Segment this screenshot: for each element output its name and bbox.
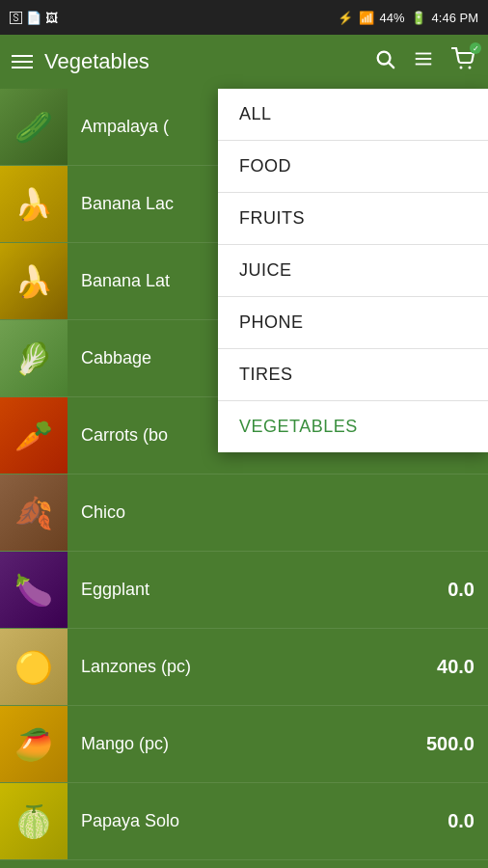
item-emoji: 🥬: [14, 340, 53, 377]
dropdown-item-food[interactable]: FOOD: [218, 141, 488, 193]
list-item[interactable]: 🍂 Chico: [0, 475, 488, 552]
item-emoji: 🍌: [14, 186, 53, 223]
item-value: 0.0: [447, 810, 488, 832]
svg-point-5: [460, 67, 463, 69]
item-image: 🍌: [0, 243, 68, 320]
item-image: 🍂: [0, 475, 68, 552]
wifi-icon: 📶: [359, 11, 374, 25]
cart-button[interactable]: ✓: [451, 47, 476, 76]
battery-label: 44%: [380, 11, 405, 25]
search-button[interactable]: [374, 48, 395, 75]
cart-badge: ✓: [470, 42, 481, 54]
item-emoji: 🍌: [14, 263, 53, 300]
item-image: 🥬: [0, 320, 68, 397]
item-label: Chico: [68, 502, 488, 523]
list-item[interactable]: 🟡 Lanzones (pc) 40.0: [0, 629, 488, 706]
app-bar: Vegetables ✓: [0, 35, 488, 89]
dropdown-item-fruits[interactable]: FRUITS: [218, 193, 488, 245]
item-value: 500.0: [426, 733, 488, 755]
item-image: 🍈: [0, 783, 68, 860]
status-left-icons: 🅂 📄 🖼: [10, 11, 58, 25]
battery-icon: 🔋: [411, 11, 426, 25]
page-title: Vegetables: [44, 49, 363, 74]
app-bar-icons: ✓: [374, 47, 476, 76]
item-label: Eggplant: [68, 580, 447, 600]
svg-line-1: [389, 63, 393, 68]
dropdown-item-vegetables[interactable]: VEGETABLES: [218, 401, 488, 452]
item-value: 40.0: [437, 656, 488, 678]
item-label: Mango (pc): [68, 734, 426, 754]
category-dropdown: ALLFOODFRUITSJUICEPHONETIRESVEGETABLES: [218, 89, 488, 452]
image-icon: 🖼: [45, 11, 58, 25]
status-right-icons: ⚡ 📶 44% 🔋 4:46 PM: [338, 11, 478, 25]
item-image: 🥕: [0, 397, 68, 475]
item-image: 🥒: [0, 89, 68, 166]
item-emoji: 🟡: [14, 649, 53, 686]
svg-point-6: [469, 67, 472, 69]
bluetooth-icon: ⚡: [338, 11, 353, 25]
item-image: 🍆: [0, 552, 68, 629]
svg-rect-3: [416, 58, 432, 60]
file-icon: 📄: [26, 11, 41, 25]
list-view-button[interactable]: [413, 48, 434, 75]
dropdown-item-juice[interactable]: JUICE: [218, 245, 488, 297]
item-label: Papaya Solo: [68, 811, 447, 831]
item-emoji: 🥭: [14, 726, 53, 763]
item-value: 0.0: [447, 579, 488, 601]
item-image: 🍌: [0, 166, 68, 243]
dropdown-item-tires[interactable]: TIRES: [218, 349, 488, 401]
item-image: 🟡: [0, 629, 68, 706]
item-emoji: 🍈: [14, 803, 53, 840]
menu-button[interactable]: [12, 55, 33, 68]
item-emoji: 🍂: [14, 495, 53, 531]
clock: 4:46 PM: [432, 11, 478, 25]
item-label: Lanzones (pc): [68, 657, 437, 677]
list-item[interactable]: 🍈 Papaya Solo 0.0: [0, 783, 488, 860]
item-emoji: 🥒: [14, 109, 53, 146]
svg-rect-2: [416, 53, 432, 55]
dropdown-item-phone[interactable]: PHONE: [218, 297, 488, 349]
list-item[interactable]: 🍆 Eggplant 0.0: [0, 552, 488, 629]
item-emoji: 🥕: [14, 418, 53, 454]
item-image: 🥭: [0, 706, 68, 783]
list-item[interactable]: 🥭 Mango (pc) 500.0: [0, 706, 488, 783]
svg-rect-4: [416, 64, 432, 66]
dropdown-item-all[interactable]: ALL: [218, 89, 488, 141]
status-bar: 🅂 📄 🖼 ⚡ 📶 44% 🔋 4:46 PM: [0, 0, 488, 35]
s-icon: 🅂: [10, 11, 22, 25]
item-emoji: 🍆: [14, 572, 53, 609]
